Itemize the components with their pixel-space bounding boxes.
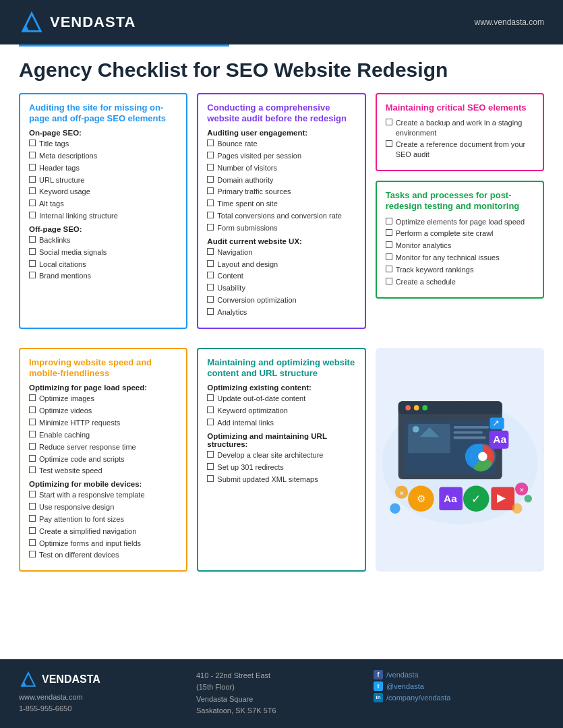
checkbox[interactable]	[29, 455, 36, 462]
checkbox[interactable]	[207, 152, 214, 158]
checkbox[interactable]	[207, 463, 214, 470]
list-item: Navigation	[207, 247, 355, 257]
svg-point-7	[413, 405, 419, 411]
checkbox[interactable]	[29, 260, 36, 267]
checkbox[interactable]	[207, 284, 214, 291]
checkbox[interactable]	[207, 187, 214, 194]
box-content-url: Maintaining and optimizing website conte…	[197, 348, 365, 572]
checkbox[interactable]	[29, 491, 36, 497]
checkbox[interactable]	[207, 164, 214, 171]
linkedin-label: /company/vendasta	[386, 694, 450, 702]
box-website-audit-title: Conducting a comprehensive website audit…	[207, 102, 355, 125]
svg-rect-14	[453, 431, 482, 434]
checkbox[interactable]	[207, 260, 214, 267]
checkbox[interactable]	[207, 451, 214, 458]
checkbox[interactable]	[386, 241, 392, 248]
checkbox[interactable]	[29, 212, 36, 218]
list-item: Create a backup and work in a staging en…	[386, 118, 534, 138]
list-item: Header tags	[29, 163, 177, 173]
svg-text:Aa: Aa	[493, 433, 506, 445]
checkbox[interactable]	[207, 212, 214, 218]
list-item: Pages visited per session	[207, 151, 355, 161]
checkbox[interactable]	[29, 503, 36, 510]
checkbox[interactable]	[29, 140, 36, 146]
checkbox[interactable]	[29, 248, 36, 255]
box5-section1-label: Optimizing existing content:	[207, 384, 355, 392]
svg-point-36	[512, 504, 522, 514]
checkbox[interactable]	[207, 296, 214, 303]
list-item: Perform a complete site crawl	[386, 229, 534, 239]
checkbox[interactable]	[386, 218, 392, 224]
checkbox[interactable]	[207, 224, 214, 231]
social-linkedin[interactable]: in /company/vendasta	[374, 693, 544, 702]
checkbox[interactable]	[29, 515, 36, 522]
checkbox[interactable]	[29, 164, 36, 171]
list-item: Create a reference document from your SE…	[386, 140, 534, 160]
box2-section2-list: Navigation Layout and design Content Usa…	[207, 247, 355, 317]
twitter-icon: t	[374, 681, 383, 691]
checkbox[interactable]	[29, 176, 36, 183]
checkbox[interactable]	[207, 272, 214, 278]
list-item: Optimize videos	[29, 406, 177, 416]
checkbox[interactable]	[29, 466, 36, 473]
social-twitter[interactable]: t @vendasta	[374, 681, 544, 691]
header: VENDASTA www.vendasta.com	[0, 0, 563, 44]
checkbox[interactable]	[207, 248, 214, 255]
list-item: Number of visitors	[207, 163, 355, 173]
list-item: Minimize HTTP requests	[29, 418, 177, 428]
box-post-redesign-title: Tasks and processes for post-redesign te…	[386, 190, 534, 212]
svg-text:▶: ▶	[497, 491, 506, 504]
footer: VENDASTA www.vendasta.com 1-855-955-6650…	[0, 659, 563, 728]
checkbox[interactable]	[207, 475, 214, 482]
list-item: Update out-of-date content	[207, 394, 355, 404]
checkbox[interactable]	[207, 419, 214, 425]
box6-list: Optimize elements for page load speed Pe…	[386, 217, 534, 287]
checkbox[interactable]	[29, 200, 36, 206]
box-auditing-seo-title: Auditing the site for missing on-page an…	[29, 102, 177, 125]
logo: VENDASTA	[19, 9, 136, 35]
checkbox[interactable]	[207, 308, 214, 315]
checkbox[interactable]	[386, 119, 392, 125]
box5-section2-label: Optimizing and maintaining URL structure…	[207, 432, 355, 448]
checkbox[interactable]	[386, 278, 392, 284]
checkbox[interactable]	[29, 527, 36, 534]
svg-point-8	[422, 405, 427, 411]
list-item: Develop a clear site architecture	[207, 450, 355, 460]
illustration-svg: Aa ↗ ⚙ Aa ✓ ▶ ✕ ✕	[376, 386, 544, 534]
box1-section2-list: Backlinks Social media signals Local cit…	[29, 235, 177, 281]
checkbox[interactable]	[386, 266, 392, 272]
checkbox[interactable]	[386, 253, 392, 260]
checkbox[interactable]	[29, 419, 36, 425]
list-item: Domain authority	[207, 175, 355, 185]
checkbox[interactable]	[386, 140, 392, 147]
checkbox[interactable]	[29, 187, 36, 194]
linkedin-icon: in	[374, 693, 383, 702]
list-item: Conversion optimization	[207, 295, 355, 305]
checkbox[interactable]	[29, 152, 36, 158]
checkbox[interactable]	[207, 406, 214, 413]
box4-section2-list: Start with a responsive template Use res…	[29, 490, 177, 560]
checkbox[interactable]	[386, 229, 392, 236]
svg-text:↗: ↗	[492, 418, 500, 428]
facebook-label: /vendasta	[386, 671, 419, 679]
checkbox[interactable]	[29, 406, 36, 413]
svg-point-37	[524, 495, 532, 503]
checkbox[interactable]	[207, 176, 214, 183]
box5-section1-list: Update out-of-date content Keyword optim…	[207, 394, 355, 428]
checkbox[interactable]	[29, 394, 36, 401]
checkbox[interactable]	[207, 140, 214, 146]
social-facebook[interactable]: f /vendasta	[374, 670, 544, 679]
checkbox[interactable]	[29, 431, 36, 437]
checkbox[interactable]	[207, 200, 214, 206]
list-item: Set up 301 redirects	[207, 462, 355, 473]
footer-address-line1: 410 - 22nd Street East	[196, 670, 367, 682]
box1-section1-label: On-page SEO:	[29, 129, 177, 137]
logo-icon	[19, 9, 45, 35]
checkbox[interactable]	[29, 551, 36, 557]
checkbox[interactable]	[29, 443, 36, 450]
checkbox[interactable]	[29, 272, 36, 278]
checkbox[interactable]	[207, 394, 214, 401]
checkbox[interactable]	[29, 539, 36, 546]
list-item: Enable caching	[29, 430, 177, 440]
checkbox[interactable]	[29, 236, 36, 243]
